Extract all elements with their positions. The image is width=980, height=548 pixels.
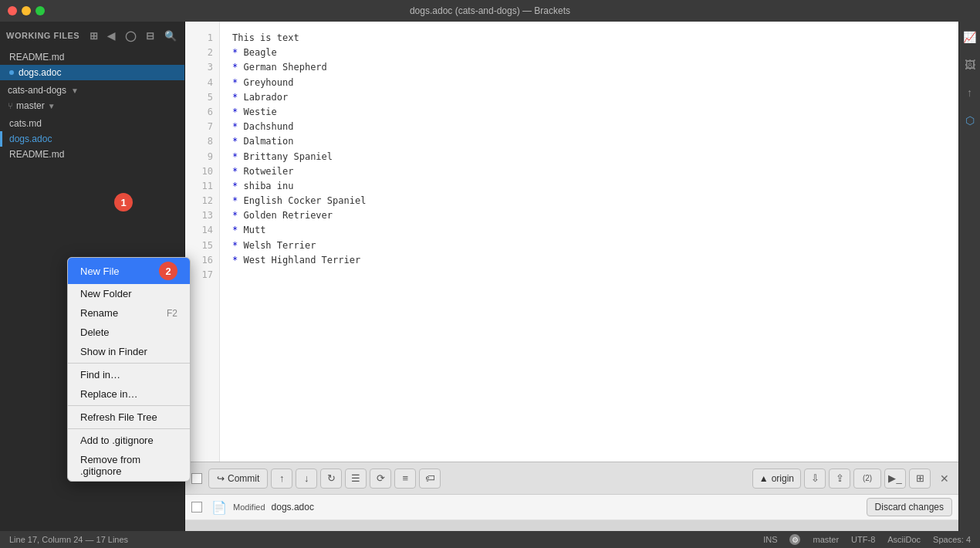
line-number-15: 15 xyxy=(194,238,213,253)
origin-up-icon: ▲ xyxy=(759,473,769,484)
project-file-dogs-name: dogs.adoc xyxy=(9,134,52,144)
menu-item-replace-in[interactable]: Replace in… xyxy=(68,384,190,404)
branch-name[interactable]: master xyxy=(16,100,45,111)
step-2-indicator: 2 xyxy=(159,262,177,280)
git-file-row: 📄 Modified dogs.adoc Discard changes xyxy=(185,495,958,520)
working-files-header: Working Files ⊞ ◀ ◯ ⊟ 🔍 xyxy=(0,22,184,49)
right-panel-graph-icon[interactable]: 📈 xyxy=(960,28,979,46)
circle-icon[interactable]: ◯ xyxy=(123,29,139,43)
git-file-checkbox[interactable] xyxy=(191,502,202,512)
code-line-11: * Rotweiler xyxy=(232,164,946,179)
origin-push-button[interactable]: ⇪ xyxy=(829,469,850,489)
menu-add-gitignore-label: Add to .gitignore xyxy=(80,435,154,446)
cursor-position[interactable]: Line 17, Column 24 — 17 Lines xyxy=(9,535,128,544)
spaces-setting[interactable]: Spaces: 4 xyxy=(933,535,971,544)
line-number-13: 13 xyxy=(194,208,213,223)
code-area[interactable]: 1234567891011121314151617 This is text* … xyxy=(185,22,958,462)
menu-separator-2 xyxy=(68,405,190,406)
discard-changes-button[interactable]: Discard changes xyxy=(867,498,952,516)
git-branch[interactable]: master xyxy=(813,535,839,544)
line-number-9: 9 xyxy=(194,150,213,164)
search-icon[interactable]: 🔍 xyxy=(163,29,179,43)
push-button[interactable]: ↑ xyxy=(271,469,292,489)
encoding[interactable]: UTF-8 xyxy=(851,535,875,544)
code-line-1: This is text xyxy=(232,31,946,46)
menu-item-show-finder[interactable]: Show in Finder xyxy=(68,342,190,361)
menu-item-new-folder[interactable]: New Folder xyxy=(68,284,190,303)
minimize-button[interactable] xyxy=(22,6,31,15)
titlebar: dogs.adoc (cats-and-dogs) — Brackets xyxy=(0,0,980,22)
pull-button[interactable]: ↓ xyxy=(296,469,317,489)
line-number-3: 3 xyxy=(194,60,213,75)
menu-button[interactable]: ≡ xyxy=(394,469,416,489)
code-line-8: * Dachshund xyxy=(232,120,946,134)
settings-button[interactable]: ⊞ xyxy=(909,469,931,489)
menu-item-new-file[interactable]: New File 2 xyxy=(68,258,190,284)
split-icon[interactable]: ⊟ xyxy=(144,29,157,43)
line-number-5: 5 xyxy=(194,90,213,105)
menu-refresh-label: Refresh File Tree xyxy=(80,411,157,423)
project-name[interactable]: cats-and-dogs xyxy=(8,85,66,96)
branch-header: ⑂ master ▼ xyxy=(0,99,184,116)
menu-item-add-gitignore[interactable]: Add to .gitignore xyxy=(68,431,190,450)
right-panel-git-icon[interactable]: ⬡ xyxy=(962,111,978,130)
line-number-4: 4 xyxy=(194,76,213,90)
badge-button[interactable]: (2) xyxy=(853,469,881,489)
syntax-mode[interactable]: AsciiDoc xyxy=(887,535,921,544)
main-container: Working Files ⊞ ◀ ◯ ⊟ 🔍 README.md dogs.a… xyxy=(0,22,980,531)
maximize-button[interactable] xyxy=(35,6,45,15)
working-file-readme-name: README.md xyxy=(9,52,64,63)
code-line-9: * Dalmation xyxy=(232,134,946,149)
close-button[interactable] xyxy=(8,6,17,15)
commit-button[interactable]: ↪ Commit xyxy=(208,469,268,489)
context-menu: New File 2 New Folder Rename F2 Delete S… xyxy=(67,257,191,482)
line-number-7: 7 xyxy=(194,120,213,134)
editor-area: 1234567891011121314151617 This is text* … xyxy=(185,22,958,531)
line-number-12: 12 xyxy=(194,194,213,208)
project-header: cats-and-dogs ▼ xyxy=(0,80,184,99)
project-file-dogs[interactable]: dogs.adoc xyxy=(0,131,184,147)
terminal-button[interactable]: ▶_ xyxy=(884,469,906,489)
menu-item-refresh-file-tree[interactable]: Refresh File Tree xyxy=(68,408,190,427)
working-file-dogs[interactable]: dogs.adoc xyxy=(0,65,184,80)
menu-item-rename[interactable]: Rename F2 xyxy=(68,303,190,323)
project-expand-icon: ▼ xyxy=(71,86,79,95)
github-icon: ⚙ xyxy=(789,534,800,545)
stash-button[interactable]: ☰ xyxy=(345,469,367,489)
menu-item-delete[interactable]: Delete xyxy=(68,323,190,342)
window-title: dogs.adoc (cats-and-dogs) — Brackets xyxy=(410,5,570,16)
project-file-readme-name: README.md xyxy=(9,149,64,160)
code-line-3: * Beagle xyxy=(232,46,946,60)
menu-item-find-in[interactable]: Find in… xyxy=(68,365,190,384)
refresh-button[interactable]: ⟳ xyxy=(370,469,391,489)
line-number-17: 17 xyxy=(194,268,213,282)
git-select-all-checkbox[interactable] xyxy=(191,473,202,484)
line-number-1: 1 xyxy=(194,31,213,46)
line-number-11: 11 xyxy=(194,179,213,194)
origin-pull-button[interactable]: ⇩ xyxy=(804,469,826,489)
right-panel-image-icon[interactable]: 🖼 xyxy=(961,56,978,74)
working-files-label: Working Files xyxy=(6,31,88,40)
line-number-14: 14 xyxy=(194,223,213,238)
line-number-8: 8 xyxy=(194,134,213,149)
header-icons: ⊞ ◀ ◯ ⊟ 🔍 xyxy=(88,29,179,43)
insert-mode[interactable]: INS xyxy=(763,535,777,544)
origin-label: origin xyxy=(772,473,794,484)
git-close-button[interactable]: ✕ xyxy=(937,471,952,486)
working-file-readme[interactable]: README.md xyxy=(0,49,184,65)
working-file-dogs-name: dogs.adoc xyxy=(19,67,61,78)
code-line-12: * shiba inu xyxy=(232,179,946,194)
menu-separator-3 xyxy=(68,428,190,429)
project-file-readme[interactable]: README.md xyxy=(0,147,184,162)
right-panel-upload-icon[interactable]: ↑ xyxy=(964,83,975,102)
origin-button[interactable]: ▲ origin xyxy=(752,469,801,489)
show-in-tree-icon[interactable]: ⊞ xyxy=(88,29,100,43)
collapse-icon[interactable]: ◀ xyxy=(106,29,117,43)
tag-button[interactable]: 🏷 xyxy=(419,469,441,489)
menu-item-remove-gitignore[interactable]: Remove from .gitignore xyxy=(68,450,190,481)
fetch-button[interactable]: ↻ xyxy=(320,469,342,489)
code-content[interactable]: This is text* Beagle* German Shepherd* G… xyxy=(220,22,958,462)
project-file-cats[interactable]: cats.md xyxy=(0,116,184,131)
line-number-16: 16 xyxy=(194,253,213,268)
status-right: INS ⚙ master UTF-8 AsciiDoc Spaces: 4 xyxy=(763,534,971,545)
